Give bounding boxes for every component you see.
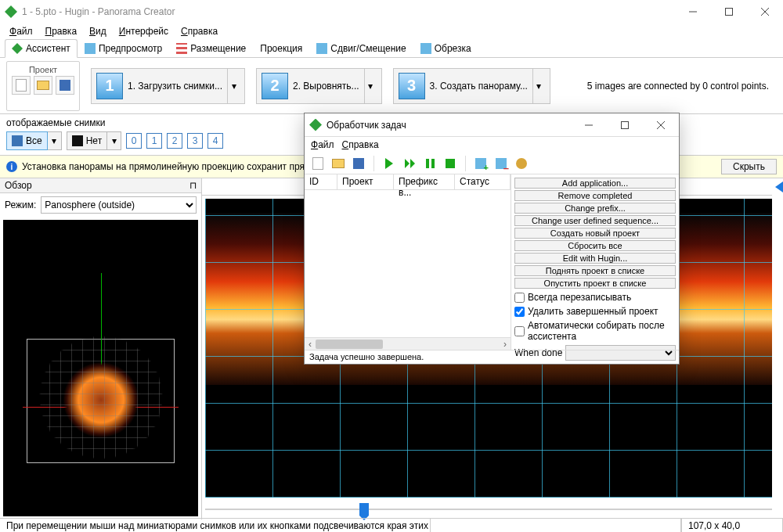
slider-thumb[interactable] bbox=[359, 503, 369, 516]
show-none-button[interactable]: Нет bbox=[67, 131, 107, 150]
add-project-icon bbox=[475, 158, 486, 169]
menu-interface[interactable]: Интерфейс bbox=[114, 24, 173, 38]
batch-menu-help[interactable]: Справка bbox=[342, 139, 379, 150]
batch-add-application-button[interactable]: Add application... bbox=[514, 178, 676, 189]
tab-layout[interactable]: Размещение bbox=[169, 39, 253, 57]
step2-badge-icon: 2 bbox=[262, 73, 288, 99]
overview-title: Обзор bbox=[5, 180, 32, 191]
tab-projection[interactable]: Проекция bbox=[253, 39, 309, 57]
scroll-thumb[interactable] bbox=[316, 340, 383, 349]
batch-grid: ID Проект Префикс в... Статус ‹ › bbox=[305, 174, 511, 350]
tab-assistant[interactable]: Ассистент bbox=[5, 39, 78, 58]
open-project-button[interactable] bbox=[34, 76, 52, 95]
step2-align-button[interactable]: 2 2. Выровнять... ▾ bbox=[256, 68, 382, 104]
batch-new-button[interactable] bbox=[309, 155, 327, 172]
col-project[interactable]: Проект bbox=[337, 174, 394, 189]
batch-add-button[interactable] bbox=[472, 155, 489, 172]
save-project-button[interactable] bbox=[56, 76, 74, 95]
tab-preview[interactable]: Предпросмотр bbox=[78, 39, 169, 57]
batch-grid-rows[interactable] bbox=[305, 190, 511, 337]
tab-move[interactable]: Сдвиг/Смещение bbox=[309, 39, 413, 57]
batch-close-button[interactable] bbox=[643, 113, 679, 137]
batch-remove-completed-button[interactable]: Remove completed bbox=[514, 190, 676, 201]
step3-dropdown[interactable]: ▾ bbox=[532, 69, 545, 103]
batch-create-project-button[interactable]: Создать новый проект bbox=[514, 228, 676, 239]
show-none-dropdown[interactable]: ▾ bbox=[107, 131, 121, 150]
ruler-marker-icon[interactable] bbox=[775, 182, 783, 192]
step3-create-panorama-button[interactable]: 3 3. Создать панораму... ▾ bbox=[393, 68, 550, 104]
batch-maximize-button[interactable] bbox=[607, 113, 643, 137]
statusbar-hint: При перемещении мыши над миниатюрами сни… bbox=[0, 519, 431, 532]
batch-play-button[interactable] bbox=[381, 155, 398, 172]
col-prefix[interactable]: Префикс в... bbox=[394, 174, 455, 189]
menu-file[interactable]: Файл bbox=[5, 24, 38, 38]
batch-change-prefix-button[interactable]: Change prefix... bbox=[514, 203, 676, 214]
menu-edit[interactable]: Правка bbox=[41, 24, 82, 38]
batch-grid-hscroll[interactable]: ‹ › bbox=[305, 337, 511, 350]
batch-autostitch-check[interactable]: Автоматически собирать после ассистента bbox=[514, 320, 676, 342]
scroll-left-icon[interactable]: ‹ bbox=[305, 338, 316, 350]
batch-edit-hugin-button[interactable]: Edit with Hugin... bbox=[514, 253, 676, 264]
batch-open-button[interactable] bbox=[330, 155, 347, 172]
col-status[interactable]: Статус bbox=[455, 174, 511, 189]
image-toggle-1[interactable]: 1 bbox=[146, 133, 162, 149]
image-toggle-4[interactable]: 4 bbox=[207, 133, 223, 149]
step1-dropdown[interactable]: ▾ bbox=[227, 69, 240, 103]
show-all-dropdown[interactable]: ▾ bbox=[48, 131, 62, 150]
image-toggle-3[interactable]: 3 bbox=[187, 133, 203, 149]
overview-3d-preview[interactable] bbox=[3, 220, 198, 516]
menu-view[interactable]: Вид bbox=[85, 24, 111, 38]
tab-label: Сдвиг/Смещение bbox=[330, 43, 406, 54]
menu-help[interactable]: Справка bbox=[176, 24, 222, 38]
hugin-app-icon bbox=[5, 5, 17, 18]
ribbon: Проект 1 1. Загрузить снимки... ▾ 2 2. В… bbox=[0, 58, 783, 114]
batch-title: Обработчик задач bbox=[327, 120, 406, 131]
batch-statusbar: Задача успешно завершена. bbox=[305, 350, 679, 364]
notice-text: Установка панорамы на прямолинейную прое… bbox=[22, 161, 337, 172]
horizontal-pan-slider[interactable] bbox=[205, 501, 772, 518]
batch-move-up-button[interactable]: Поднять проект в списке bbox=[514, 265, 676, 276]
tab-label: Проекция bbox=[260, 43, 302, 54]
batch-save-button[interactable] bbox=[350, 155, 367, 172]
batch-minimize-button[interactable] bbox=[571, 113, 607, 137]
batch-overwrite-check[interactable]: Всегда перезаписывать bbox=[514, 292, 676, 303]
step2-label: 2. Выровнять... bbox=[293, 81, 359, 92]
hide-notice-button[interactable]: Скрыть bbox=[721, 159, 777, 174]
batch-menu-file[interactable]: Файл bbox=[311, 139, 334, 150]
col-id[interactable]: ID bbox=[305, 174, 337, 189]
batch-titlebar[interactable]: Обработчик задач bbox=[305, 113, 679, 137]
maximize-button[interactable] bbox=[711, 0, 747, 23]
tab-crop[interactable]: Обрезка bbox=[413, 39, 478, 57]
close-button[interactable] bbox=[747, 0, 783, 23]
batch-toolbar bbox=[305, 153, 679, 174]
show-all-button[interactable]: Все bbox=[6, 131, 48, 150]
tab-strip: Ассистент Предпросмотр Размещение Проекц… bbox=[0, 39, 783, 58]
image-toggle-0[interactable]: 0 bbox=[126, 133, 142, 149]
image-toggle-2[interactable]: 2 bbox=[167, 133, 182, 149]
pin-icon[interactable]: ⊓ bbox=[189, 180, 197, 191]
scroll-right-icon[interactable]: › bbox=[500, 338, 511, 350]
tab-label: Размещение bbox=[190, 43, 246, 54]
hugin-app-icon bbox=[309, 119, 322, 131]
batch-skip-button[interactable] bbox=[401, 155, 418, 172]
step1-load-images-button[interactable]: 1 1. Загрузить снимки... ▾ bbox=[91, 68, 245, 104]
batch-move-down-button[interactable]: Опустить проект в списке bbox=[514, 278, 676, 289]
batch-pause-button[interactable] bbox=[421, 155, 438, 172]
move-icon bbox=[316, 43, 327, 54]
window-title: 1 - 5.pto - Hugin - Panorama Creator bbox=[22, 6, 175, 17]
document-icon bbox=[16, 79, 27, 92]
overview-mode-select[interactable]: Panosphere (outside) bbox=[41, 196, 197, 214]
minimize-button[interactable] bbox=[675, 0, 711, 23]
pause-icon bbox=[426, 159, 435, 168]
step2-dropdown[interactable]: ▾ bbox=[364, 69, 377, 103]
batch-settings-button[interactable] bbox=[513, 155, 530, 172]
batch-remove-done-check[interactable]: Удалить завершенный проект bbox=[514, 306, 676, 317]
check-label: Всегда перезаписывать bbox=[528, 292, 631, 303]
assistant-icon bbox=[12, 43, 23, 54]
batch-stop-button[interactable] bbox=[442, 155, 459, 172]
batch-reset-all-button[interactable]: Сбросить все bbox=[514, 240, 676, 251]
batch-remove-button[interactable] bbox=[493, 155, 510, 172]
folder-open-icon bbox=[37, 81, 49, 90]
new-project-button[interactable] bbox=[12, 76, 31, 95]
batch-change-sequence-button[interactable]: Change user defined sequence... bbox=[514, 215, 676, 226]
